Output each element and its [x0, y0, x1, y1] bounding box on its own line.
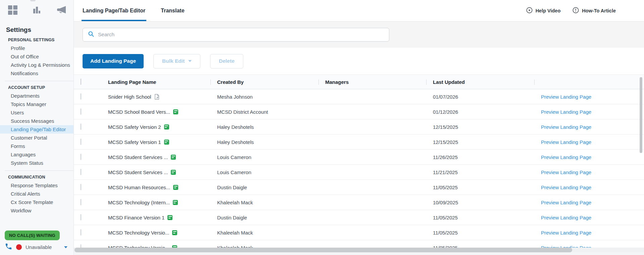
- main-panel: Landing Page/Tab Editor Translate Help V…: [74, 0, 644, 255]
- row-checkbox[interactable]: [81, 169, 81, 175]
- landing-page-name[interactable]: MCSD Technology Versio...: [101, 230, 210, 236]
- last-updated: 01/12/2026: [426, 109, 534, 115]
- how-to-article-link[interactable]: How-To Article: [573, 7, 616, 14]
- landing-page-name[interactable]: MCSD Human Resources...: [101, 185, 210, 190]
- sidebar-item-cx-score-template[interactable]: Cx Score Template: [0, 198, 73, 206]
- window-notch: [30, 0, 36, 1]
- preview-landing-page-link[interactable]: Preview Landing Page: [541, 109, 591, 115]
- table-row: MCSD School Board Vers...MCSD District A…: [74, 104, 644, 119]
- chevron-down-icon[interactable]: [64, 246, 67, 248]
- preview-landing-page-link[interactable]: Preview Landing Page: [541, 154, 591, 160]
- sidebar-item-departments[interactable]: Departments: [0, 92, 73, 100]
- table-row: MCSD Technology (Intern...Khaleelah Mack…: [74, 195, 644, 210]
- landing-page-name-label: MCSD Student Services ...: [108, 154, 168, 160]
- sidebar-item-languages[interactable]: Languages: [0, 150, 73, 159]
- landing-page-name-label: MCSD Technology (Intern...: [108, 200, 170, 205]
- created-by: Dustin Daigle: [210, 215, 318, 220]
- preview-landing-page-link[interactable]: Preview Landing Page: [541, 215, 591, 220]
- landing-page-name[interactable]: MCSD Safety Version 2: [101, 124, 210, 130]
- sidebar-item-system-status[interactable]: System Status: [0, 159, 73, 167]
- preview-landing-page-link[interactable]: Preview Landing Page: [541, 94, 591, 100]
- row-checkbox[interactable]: [81, 214, 81, 220]
- divider: [5, 170, 73, 171]
- landing-page-name[interactable]: MCSD Student Services ...: [101, 169, 210, 175]
- section-header: PERSONAL SETTINGS: [8, 38, 73, 42]
- sidebar-item-workflow[interactable]: Workflow: [0, 206, 73, 215]
- row-checkbox[interactable]: [81, 108, 81, 115]
- section-header: COMMUNICATION: [8, 175, 73, 180]
- preview-landing-page-link[interactable]: Preview Landing Page: [541, 185, 591, 190]
- sidebar-item-critical-alerts[interactable]: Critical Alerts: [0, 190, 73, 198]
- help-video-label: Help Video: [536, 8, 561, 13]
- created-by: Louis Cameron: [210, 154, 318, 160]
- vertical-scrollbar-thumb[interactable]: [640, 77, 642, 153]
- row-checkbox[interactable]: [81, 229, 81, 236]
- tab-landing-page-editor[interactable]: Landing Page/Tab Editor: [83, 0, 145, 21]
- row-checkbox[interactable]: [81, 199, 81, 205]
- select-all-checkbox[interactable]: [81, 79, 81, 85]
- sidebar-item-topics-manager[interactable]: Topics Manager: [0, 100, 73, 108]
- last-updated: 11/05/2025: [426, 230, 534, 236]
- bar-chart-icon[interactable]: [32, 5, 42, 15]
- row-checkbox[interactable]: [81, 184, 81, 190]
- preview-landing-page-link[interactable]: Preview Landing Page: [541, 169, 591, 175]
- search-input[interactable]: [98, 32, 389, 38]
- sidebar-item-landing-page-tab-editor[interactable]: Landing Page/Tab Editor: [0, 125, 73, 134]
- sidebar-item-forms[interactable]: Forms: [0, 142, 73, 150]
- delete-button[interactable]: Delete: [210, 54, 243, 68]
- sidebar-sections: PERSONAL SETTINGSProfileOut of OfficeAct…: [0, 38, 73, 215]
- table-body: Snider High SchoolMesha Johnson01/07/202…: [74, 89, 644, 255]
- horizontal-scrollbar-thumb[interactable]: [75, 248, 572, 252]
- bulk-edit-button[interactable]: Bulk Edit: [153, 54, 200, 68]
- last-updated: 01/07/2026: [426, 94, 534, 100]
- table-row: MCSD Technology Versio...Khaleelah Mack1…: [74, 225, 644, 240]
- col-last-updated: Last Updated: [426, 75, 534, 89]
- sidebar-item-response-templates[interactable]: Response Templates: [0, 181, 73, 190]
- landing-page-name-label: Snider High School: [108, 94, 151, 100]
- sidebar-item-out-of-office[interactable]: Out of Office: [0, 52, 73, 61]
- how-to-article-label: How-To Article: [582, 8, 616, 13]
- sidebar-item-profile[interactable]: Profile: [0, 44, 73, 52]
- col-landing-page-name: Landing Page Name: [101, 75, 210, 89]
- alert-circle-icon: [573, 7, 579, 14]
- table-row: MCSD Student Services ...Louis Cameron11…: [74, 165, 644, 180]
- tab-translate[interactable]: Translate: [161, 0, 184, 21]
- landing-page-name[interactable]: Snider High School: [101, 94, 210, 100]
- sidebar-item-customer-portal[interactable]: Customer Portal: [0, 134, 73, 142]
- landing-page-name[interactable]: MCSD School Board Vers...: [101, 109, 210, 115]
- landing-page-name[interactable]: MCSD Safety Version 1: [101, 139, 210, 145]
- landing-page-name[interactable]: MCSD Technology (Intern...: [101, 200, 210, 205]
- sidebar-item-notifications[interactable]: Notifications: [0, 69, 73, 78]
- sidebar-item-success-messages[interactable]: Success Messages: [0, 117, 73, 125]
- created-by: Haley Deshotels: [210, 139, 318, 145]
- search-box: [83, 28, 389, 42]
- landing-page-name[interactable]: MCSD Student Services ...: [101, 154, 210, 160]
- megaphone-icon[interactable]: [56, 5, 66, 15]
- landing-page-name-label: MCSD Human Resources...: [108, 185, 170, 190]
- last-updated: 11/26/2025: [426, 154, 534, 160]
- preview-landing-page-link[interactable]: Preview Landing Page: [541, 139, 591, 145]
- sidebar: Settings PERSONAL SETTINGSProfileOut of …: [0, 0, 74, 255]
- help-video-link[interactable]: Help Video: [526, 7, 561, 14]
- row-checkbox[interactable]: [81, 93, 81, 100]
- search-icon: [88, 31, 94, 39]
- add-landing-page-button[interactable]: Add Landing Page: [83, 54, 144, 68]
- preview-landing-page-link[interactable]: Preview Landing Page: [541, 200, 591, 205]
- grid-icon[interactable]: [8, 5, 17, 15]
- sidebar-item-activity-log-permissions[interactable]: Activity Log & Permissions: [0, 61, 73, 69]
- row-checkbox[interactable]: [81, 154, 81, 160]
- preview-landing-page-link[interactable]: Preview Landing Page: [541, 124, 591, 130]
- landing-page-name[interactable]: MCSD Finance Version 1: [101, 215, 210, 220]
- availability-label: Unavailable: [26, 244, 52, 250]
- landing-page-name-label: MCSD Technology Versio...: [108, 230, 169, 236]
- preview-landing-page-link[interactable]: Preview Landing Page: [541, 230, 591, 236]
- availability-control[interactable]: Unavailable: [5, 243, 67, 252]
- last-updated: 11/05/2025: [426, 185, 534, 190]
- published-icon: [167, 215, 172, 220]
- phone-icon: [5, 243, 12, 252]
- app-nav: [0, 0, 73, 15]
- landing-page-name-label: MCSD Safety Version 2: [108, 124, 161, 130]
- sidebar-item-users[interactable]: Users: [0, 108, 73, 117]
- row-checkbox[interactable]: [81, 139, 81, 145]
- row-checkbox[interactable]: [81, 123, 81, 130]
